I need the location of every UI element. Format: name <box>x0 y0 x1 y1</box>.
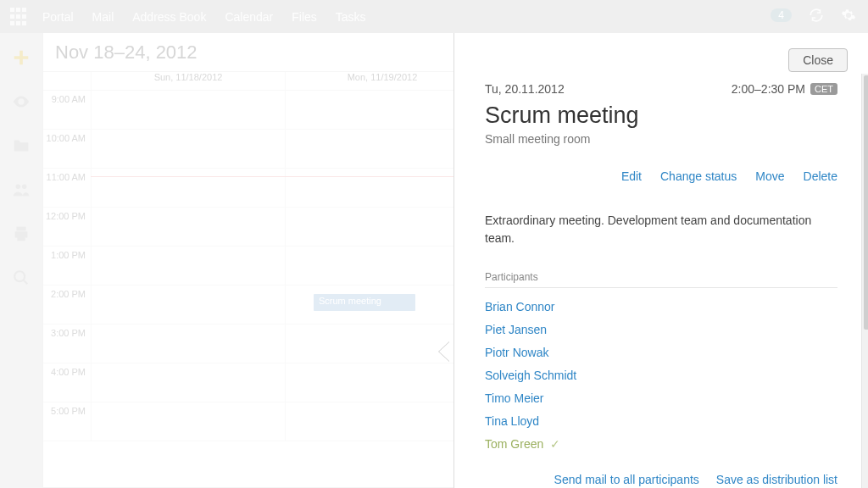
edit-link[interactable]: Edit <box>621 169 642 183</box>
event-description: Extraordinary meeting. Development team … <box>485 212 837 247</box>
close-button[interactable]: Close <box>788 48 848 72</box>
event-date: Tu, 20.11.2012 <box>485 82 565 96</box>
top-nav: Portal Mail Address Book Calendar Files … <box>42 10 366 24</box>
hour-label: 4:00 PM <box>43 363 91 402</box>
event-meta: Tu, 20.11.2012 2:00–2:30 PM CET <box>485 82 837 96</box>
hour-label: 9:00 AM <box>43 91 91 129</box>
day-header: Sun, 11/18/2012 <box>91 72 285 90</box>
hour-label: 12:00 PM <box>43 208 91 246</box>
search-icon[interactable] <box>12 269 31 287</box>
calendar-range: Nov 18–24, 2012 <box>55 42 198 64</box>
calendar-event[interactable]: Scrum meeting <box>314 294 415 311</box>
move-link[interactable]: Move <box>755 169 784 183</box>
people-icon[interactable] <box>12 180 31 199</box>
nav-calendar[interactable]: Calendar <box>225 10 273 24</box>
hour-label: 2:00 PM <box>43 286 91 324</box>
nav-files[interactable]: Files <box>292 10 317 24</box>
left-rail <box>0 33 42 488</box>
svg-point-0 <box>14 271 25 281</box>
notification-badge[interactable]: 4 <box>771 8 792 22</box>
event-actions: Edit Change status Move Delete <box>485 169 837 183</box>
event-time: 2:00–2:30 PM <box>732 82 805 96</box>
gear-icon[interactable] <box>841 8 856 23</box>
nav-address[interactable]: Address Book <box>132 10 206 24</box>
participants-list: Brian ConnorPiet JansenPiotr NowakSolvei… <box>485 300 837 451</box>
participant-link[interactable]: Piotr Nowak <box>485 346 837 359</box>
print-icon[interactable] <box>12 225 31 243</box>
nav-tasks[interactable]: Tasks <box>336 10 366 24</box>
hour-label: 5:00 PM <box>43 402 91 441</box>
participants-label: Participants <box>485 271 837 288</box>
save-distribution-link[interactable]: Save as distribution list <box>716 473 837 486</box>
change-status-link[interactable]: Change status <box>660 169 737 183</box>
hour-label: 11:00 AM <box>43 169 91 207</box>
day-header: Mon, 11/19/2012 <box>285 72 479 90</box>
app-launcher-icon[interactable] <box>10 8 29 26</box>
participant-link[interactable]: Timo Meier <box>485 391 837 405</box>
check-icon: ✓ <box>550 437 560 451</box>
nav-mail[interactable]: Mail <box>92 10 114 24</box>
event-detail-panel: Close Tu, 20.11.2012 2:00–2:30 PM CET Sc… <box>453 33 868 488</box>
participant-link[interactable]: Brian Connor <box>485 300 837 313</box>
nav-portal[interactable]: Portal <box>42 10 74 24</box>
participant-actions: Send mail to all participants Save as di… <box>485 473 837 486</box>
participant-link[interactable]: Tina Lloyd <box>485 414 837 428</box>
top-right: 4 <box>771 8 856 23</box>
delete-link[interactable]: Delete <box>804 169 837 183</box>
hour-label: 3:00 PM <box>43 324 91 363</box>
scroll-thumb[interactable] <box>864 75 868 330</box>
popover-pointer <box>439 341 450 362</box>
folder-icon[interactable] <box>12 136 31 155</box>
hour-label: 10:00 AM <box>43 130 91 168</box>
event-title: Scrum meeting <box>485 103 837 129</box>
send-mail-link[interactable]: Send mail to all participants <box>554 473 699 486</box>
participant-link[interactable]: Solveigh Schmidt <box>485 369 837 382</box>
hour-label: 1:00 PM <box>43 247 91 285</box>
event-location: Small meeting room <box>485 132 837 146</box>
participant-link[interactable]: Piet Jansen <box>485 323 837 336</box>
eye-icon[interactable] <box>12 92 31 111</box>
event-timezone: CET <box>810 83 837 95</box>
refresh-icon[interactable] <box>809 8 824 23</box>
top-bar: Portal Mail Address Book Calendar Files … <box>0 0 868 33</box>
panel-scrollbar[interactable] <box>861 74 868 488</box>
add-icon[interactable] <box>12 48 31 67</box>
participant-link[interactable]: Tom Green ✓ <box>485 437 837 451</box>
